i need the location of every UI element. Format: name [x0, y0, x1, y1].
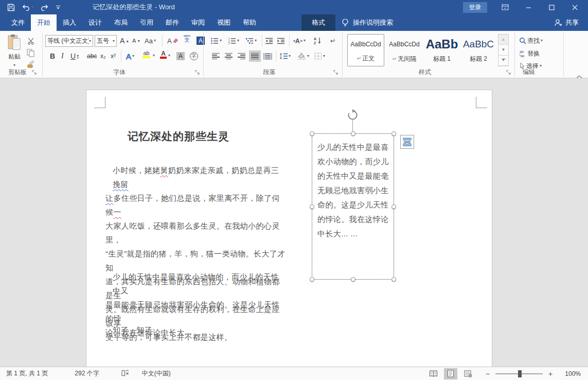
text-effects-button[interactable]: A▾ — [125, 50, 135, 62]
undo-button[interactable]: ▾ — [22, 4, 33, 11]
text-effects-dropdown-arrow[interactable]: ▾ — [132, 54, 134, 58]
phonetic-guide-button[interactable]: wén 文 — [183, 34, 191, 45]
tab-format[interactable]: 格式 — [301, 14, 335, 31]
select-dropdown-arrow[interactable]: ▾ — [540, 64, 542, 68]
italic-button[interactable]: I — [60, 50, 65, 62]
save-button[interactable] — [7, 4, 15, 11]
change-case-button[interactable]: Aa▾ — [144, 35, 157, 46]
bold-button[interactable]: B — [49, 50, 56, 62]
enclose-characters-button[interactable]: 字 — [189, 50, 199, 62]
line-spacing-button[interactable]: ▾ — [278, 50, 292, 62]
print-layout-button[interactable] — [444, 368, 457, 379]
minimize-button[interactable] — [524, 0, 533, 14]
language-status[interactable]: 中文(中国) — [142, 369, 171, 378]
bullets-dropdown-arrow[interactable]: ▾ — [220, 39, 222, 43]
tab-view[interactable]: 视图 — [211, 14, 237, 31]
tab-insert[interactable]: 插入 — [57, 14, 82, 31]
clear-formatting-button[interactable]: A — [166, 35, 179, 46]
styles-scroll-down-button[interactable]: ▼ — [498, 45, 508, 55]
resize-handle-top-center[interactable] — [351, 131, 355, 136]
underline-dropdown-arrow[interactable]: ▾ — [77, 54, 79, 58]
style-normal[interactable]: AaBbCcDd ↵正文 — [347, 34, 384, 66]
style-no-spacing[interactable]: AaBbCcDd ↵无间隔 — [386, 34, 423, 66]
document-heading[interactable]: 记忆深处的那些生灵 — [128, 129, 229, 144]
layout-options-button[interactable] — [400, 135, 414, 149]
align-right-button[interactable] — [237, 50, 246, 62]
paste-dropdown-arrow[interactable]: ▾ — [13, 63, 15, 67]
increase-indent-button[interactable] — [276, 35, 286, 46]
decrease-indent-button[interactable] — [264, 35, 274, 46]
resize-handle-top-left[interactable] — [310, 131, 314, 136]
find-button[interactable]: 查找▾ — [518, 35, 544, 46]
paragraph-3[interactable]: 知了，知了 — [105, 323, 287, 337]
text-box-content[interactable]: 少儿的天性中是最喜 欢小动物的，而少儿 的天性中又是最能毫 无顾忌地戕害弱小生 … — [317, 140, 389, 241]
grow-font-button[interactable]: A▲ — [119, 35, 130, 46]
document-area[interactable]: 记忆深处的那些生灵 小时候，姥姥舅奶奶来家走亲戚，奶奶总是再三挽留 让多住些日子… — [0, 79, 588, 367]
asian-layout-dropdown-arrow[interactable]: ▾ — [304, 39, 306, 43]
sign-in-button[interactable]: 登录 — [463, 2, 487, 13]
cut-button[interactable] — [26, 35, 36, 46]
borders-dropdown-arrow[interactable]: ▾ — [323, 54, 325, 58]
resize-handle-bottom-left[interactable] — [310, 277, 314, 282]
zoom-slider-thumb[interactable] — [518, 370, 522, 377]
sort-button[interactable]: AZ — [313, 35, 323, 46]
font-color-dropdown-arrow[interactable]: ▾ — [168, 54, 170, 58]
numbering-dropdown-arrow[interactable]: ▾ — [237, 39, 239, 43]
proofing-status-button[interactable] — [121, 370, 130, 377]
undo-dropdown-arrow[interactable]: ▾ — [31, 5, 33, 9]
zoom-level[interactable]: 100% — [560, 370, 581, 377]
highlight-color-button[interactable]: ab — [141, 50, 151, 62]
document-page[interactable]: 记忆深处的那些生灵 小时候，姥姥舅奶奶来家走亲戚，奶奶总是再三挽留 让多住些日子… — [86, 90, 492, 367]
multilevel-dropdown-arrow[interactable]: ▾ — [255, 39, 257, 43]
clipboard-dialog-launcher[interactable] — [32, 70, 38, 76]
copy-button[interactable] — [26, 47, 35, 59]
character-shading-button[interactable]: A — [175, 50, 186, 62]
numbering-button[interactable]: 123▾ — [227, 35, 240, 46]
zoom-in-button[interactable]: + — [547, 370, 554, 378]
selected-text-box[interactable]: 少儿的天性中是最喜 欢小动物的，而少儿 的天性中又是最能毫 无顾忌地戕害弱小生 … — [312, 133, 394, 280]
resize-handle-middle-left[interactable] — [310, 204, 314, 209]
styles-gallery-more-button[interactable]: ▼ — [498, 56, 508, 66]
underline-button[interactable]: U▾ — [69, 50, 80, 62]
customize-qat-button[interactable] — [56, 5, 61, 10]
font-dialog-launcher[interactable] — [195, 70, 201, 76]
close-button[interactable] — [570, 0, 579, 14]
resize-handle-bottom-right[interactable] — [391, 277, 396, 282]
resize-handle-middle-right[interactable] — [391, 204, 396, 209]
paste-button[interactable]: 粘贴 ▾ — [4, 34, 25, 73]
styles-dialog-launcher[interactable] — [506, 70, 512, 76]
align-center-button[interactable] — [224, 50, 234, 62]
tab-layout[interactable]: 布局 — [108, 14, 134, 31]
shading-dropdown-arrow[interactable]: ▾ — [307, 54, 309, 58]
ribbon-display-options-button[interactable] — [501, 0, 510, 14]
paragraph-dialog-launcher[interactable] — [333, 70, 340, 76]
distribute-button[interactable] — [262, 50, 273, 62]
share-button[interactable]: 共享 — [545, 14, 588, 31]
tab-file[interactable]: 文件 — [5, 14, 31, 31]
shrink-font-button[interactable]: A▼ — [131, 35, 141, 46]
resize-handle-bottom-center[interactable] — [351, 277, 355, 282]
collapse-ribbon-button[interactable] — [575, 71, 583, 82]
zoom-slider[interactable] — [495, 373, 543, 374]
tell-me-search[interactable]: 操作说明搜索 — [342, 14, 393, 31]
style-heading2[interactable]: AaBbC 标题 2 — [460, 34, 497, 66]
tab-design[interactable]: 设计 — [82, 14, 108, 31]
find-dropdown-arrow[interactable]: ▾ — [541, 39, 543, 43]
asian-layout-button[interactable]: A▾ — [292, 35, 307, 46]
strikethrough-button[interactable]: abc — [86, 50, 98, 62]
subscript-button[interactable]: x₂ — [99, 50, 107, 62]
tab-mailings[interactable]: 邮件 — [159, 14, 185, 31]
bullets-button[interactable]: ▾ — [210, 35, 223, 46]
redo-button[interactable] — [40, 4, 49, 11]
tab-home[interactable]: 开始 — [31, 14, 57, 31]
show-marks-button[interactable]: ↵ — [329, 35, 337, 46]
read-mode-button[interactable] — [426, 368, 440, 379]
zoom-out-button[interactable]: − — [484, 370, 491, 378]
rotation-handle[interactable] — [346, 109, 359, 122]
styles-scroll-up-button[interactable]: ▲ — [498, 34, 508, 45]
justify-button[interactable] — [249, 50, 261, 62]
tab-help[interactable]: 帮助 — [237, 14, 262, 31]
borders-button[interactable]: ▾ — [313, 50, 326, 62]
tab-references[interactable]: 引用 — [134, 14, 159, 31]
multilevel-list-button[interactable]: ▾ — [245, 35, 258, 46]
